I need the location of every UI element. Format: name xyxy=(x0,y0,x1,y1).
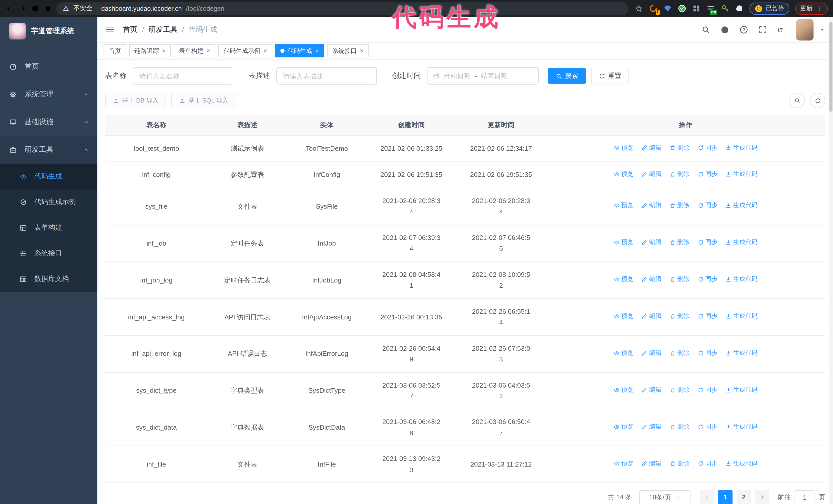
sidebar-item-form-builder[interactable]: 表单构建 xyxy=(0,215,97,240)
import-sql-button[interactable]: 基于 SQL 导入 xyxy=(171,93,236,108)
generate-code-link[interactable]: 生成代码 xyxy=(725,348,758,358)
extension-gem-icon[interactable] xyxy=(663,4,672,13)
sidebar-item-devtools[interactable]: 研发工具 xyxy=(0,136,97,164)
preview-link[interactable]: 预览 xyxy=(614,169,634,179)
sync-link[interactable]: 同步 xyxy=(697,422,717,432)
preview-link[interactable]: 预览 xyxy=(614,238,634,248)
close-icon[interactable]: × xyxy=(360,48,363,54)
preview-link[interactable]: 预览 xyxy=(614,459,634,469)
sidebar-item-db-doc[interactable]: 数据库文档 xyxy=(0,266,97,292)
generate-code-link[interactable]: 生成代码 xyxy=(725,201,758,211)
sync-link[interactable]: 同步 xyxy=(697,459,717,469)
generate-code-link[interactable]: 生成代码 xyxy=(725,459,758,469)
preview-link[interactable]: 预览 xyxy=(614,201,634,211)
extension-check-icon[interactable] xyxy=(678,4,686,13)
generate-code-link[interactable]: 生成代码 xyxy=(725,422,758,432)
breadcrumb-devtools[interactable]: 研发工具 xyxy=(149,25,177,34)
font-size-icon[interactable] xyxy=(777,25,786,34)
sidebar-item-system[interactable]: 系统管理 xyxy=(0,80,97,108)
edit-link[interactable]: 编辑 xyxy=(642,385,662,395)
extension-grid-icon[interactable] xyxy=(692,4,701,13)
edit-link[interactable]: 编辑 xyxy=(642,274,662,285)
forward-icon[interactable] xyxy=(18,4,27,13)
sidebar-item-infra[interactable]: 基础设施 xyxy=(0,108,97,136)
import-db-button[interactable]: 基于 DB 导入 xyxy=(105,93,166,108)
back-icon[interactable] xyxy=(5,4,14,13)
hamburger-icon[interactable] xyxy=(105,25,115,34)
edit-link[interactable]: 编辑 xyxy=(642,311,662,321)
edit-link[interactable]: 编辑 xyxy=(642,201,662,211)
edit-link[interactable]: 编辑 xyxy=(642,459,662,469)
github-icon[interactable] xyxy=(720,25,730,34)
close-icon[interactable]: × xyxy=(207,48,210,54)
edit-link[interactable]: 编辑 xyxy=(642,143,662,153)
preview-link[interactable]: 预览 xyxy=(614,385,634,395)
sync-link[interactable]: 同步 xyxy=(697,348,717,358)
preview-link[interactable]: 预览 xyxy=(614,422,634,432)
edit-link[interactable]: 编辑 xyxy=(642,238,662,248)
delete-link[interactable]: 删除 xyxy=(669,238,689,248)
delete-link[interactable]: 删除 xyxy=(669,422,689,432)
tab-home[interactable]: 首页 xyxy=(103,44,126,57)
caret-down-icon[interactable] xyxy=(819,26,825,32)
tab-tracing[interactable]: 链路追踪× xyxy=(129,44,171,57)
table-desc-input[interactable] xyxy=(276,67,377,85)
preview-link[interactable]: 预览 xyxy=(614,274,634,285)
delete-link[interactable]: 删除 xyxy=(669,459,689,469)
sidebar-item-system-api[interactable]: 系统接口 xyxy=(0,240,97,266)
goto-page-input[interactable] xyxy=(794,490,815,504)
sidebar-item-home[interactable]: 首页 xyxy=(0,53,97,80)
user-avatar[interactable] xyxy=(796,19,813,40)
reload-icon[interactable] xyxy=(31,4,40,13)
scrollbar-thumb[interactable] xyxy=(829,22,832,112)
sync-link[interactable]: 同步 xyxy=(697,169,717,179)
help-icon[interactable] xyxy=(739,25,748,34)
page-button-1[interactable]: 1 xyxy=(718,490,733,504)
toggle-search-button[interactable] xyxy=(789,93,805,108)
table-name-input[interactable] xyxy=(133,67,233,85)
prev-page-button[interactable] xyxy=(700,490,714,504)
close-icon[interactable]: × xyxy=(162,48,166,54)
edit-link[interactable]: 编辑 xyxy=(642,422,662,432)
paused-profile-badge[interactable]: 已暂停 xyxy=(749,2,789,15)
preview-link[interactable]: 预览 xyxy=(614,143,634,153)
preview-link[interactable]: 预览 xyxy=(614,348,634,358)
sync-link[interactable]: 同步 xyxy=(697,201,717,211)
extension-key-icon[interactable] xyxy=(721,4,730,13)
home-icon[interactable] xyxy=(44,4,52,13)
tab-codegen-example[interactable]: 代码生成示例× xyxy=(218,44,272,57)
close-icon[interactable]: × xyxy=(315,48,319,54)
edit-link[interactable]: 编辑 xyxy=(642,169,662,179)
refresh-table-button[interactable] xyxy=(810,93,825,108)
reset-button[interactable]: 重置 xyxy=(591,68,629,84)
delete-link[interactable]: 删除 xyxy=(669,274,689,285)
fullscreen-icon[interactable] xyxy=(758,25,767,34)
extension-orange-icon[interactable]: 1 xyxy=(649,4,658,13)
sidebar-item-codegen[interactable]: 代码生成 xyxy=(0,164,97,189)
tab-form-builder[interactable]: 表单构建× xyxy=(174,44,215,57)
delete-link[interactable]: 删除 xyxy=(669,201,689,211)
delete-link[interactable]: 删除 xyxy=(669,348,689,358)
sync-link[interactable]: 同步 xyxy=(697,311,717,321)
tab-system-api[interactable]: 系统接口× xyxy=(327,44,368,57)
generate-code-link[interactable]: 生成代码 xyxy=(725,143,758,153)
breadcrumb-home[interactable]: 首页 xyxy=(123,25,137,34)
update-button[interactable]: 更新 xyxy=(795,2,828,15)
page-button-2[interactable]: 2 xyxy=(737,490,751,504)
generate-code-link[interactable]: 生成代码 xyxy=(725,169,758,179)
search-icon[interactable] xyxy=(701,25,711,34)
sidebar-item-codegen-example[interactable]: 代码生成示例 xyxy=(0,189,97,215)
tab-codegen[interactable]: 代码生成× xyxy=(275,44,324,57)
delete-link[interactable]: 删除 xyxy=(669,311,689,321)
delete-link[interactable]: 删除 xyxy=(669,143,689,153)
sync-link[interactable]: 同步 xyxy=(697,143,717,153)
edit-link[interactable]: 编辑 xyxy=(642,348,662,358)
generate-code-link[interactable]: 生成代码 xyxy=(725,274,758,285)
extensions-puzzle-icon[interactable] xyxy=(735,4,744,13)
delete-link[interactable]: 删除 xyxy=(669,169,689,179)
browser-menu-icon[interactable] xyxy=(816,5,823,11)
preview-link[interactable]: 预览 xyxy=(614,311,634,321)
extension-on-icon[interactable]: on xyxy=(706,4,715,13)
generate-code-link[interactable]: 生成代码 xyxy=(725,385,758,395)
date-range-picker[interactable]: 开始日期 - 结束日期 xyxy=(427,67,539,85)
